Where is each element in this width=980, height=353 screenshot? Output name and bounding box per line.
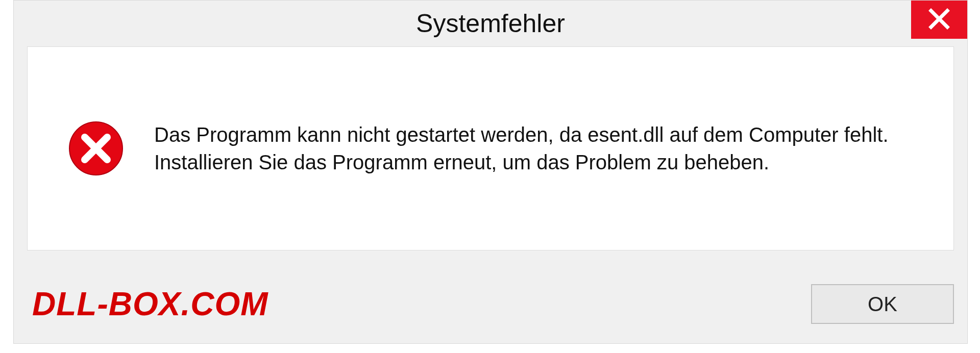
ok-button-label: OK <box>868 293 897 316</box>
dialog-footer: DLL-BOX.COM OK <box>27 276 954 332</box>
error-dialog: Systemfehler Das Programm kann nicht ges… <box>13 0 968 344</box>
ok-button[interactable]: OK <box>811 284 954 324</box>
error-message: Das Programm kann nicht gestartet werden… <box>154 121 923 176</box>
watermark-text: DLL-BOX.COM <box>32 285 268 323</box>
close-icon <box>928 8 950 32</box>
titlebar: Systemfehler <box>14 1 967 46</box>
dialog-title: Systemfehler <box>416 9 565 38</box>
content-panel: Das Programm kann nicht gestartet werden… <box>27 46 954 250</box>
close-button[interactable] <box>911 1 967 39</box>
error-icon <box>68 121 124 176</box>
